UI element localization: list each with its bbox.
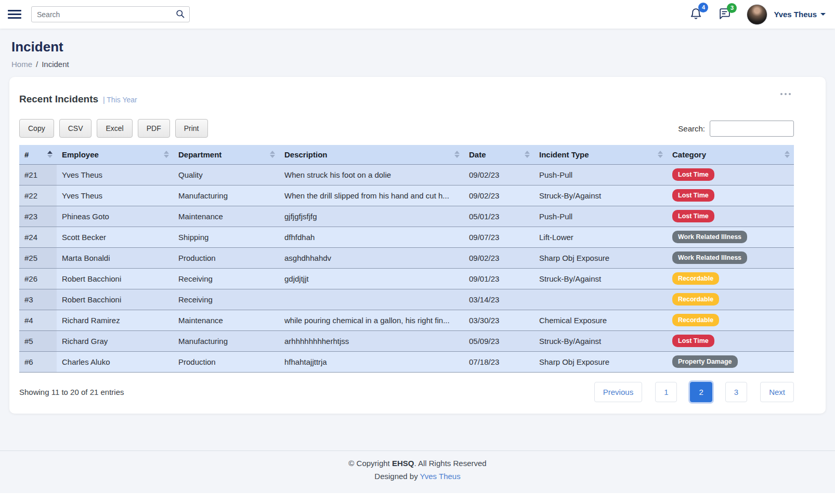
- column-label: Department: [178, 150, 221, 159]
- menu-toggle-button[interactable]: [5, 6, 24, 23]
- column-header-category[interactable]: Category: [667, 145, 794, 164]
- column-header-employee[interactable]: Employee: [57, 145, 173, 164]
- category-badge: Lost Time: [672, 189, 714, 202]
- column-header-id[interactable]: #: [19, 145, 57, 164]
- cell-date: 09/01/23: [464, 268, 534, 289]
- navbar-right: 4 3 Yves Theus: [689, 4, 826, 25]
- cell-department: Receiving: [173, 289, 279, 310]
- cell-category: Lost Time: [667, 206, 794, 227]
- cell-incident-type: [534, 289, 667, 310]
- category-badge: Lost Time: [672, 210, 714, 222]
- cell-date: 05/09/23: [464, 330, 534, 351]
- cell-department: Maintenance: [173, 206, 279, 227]
- chevron-down-icon: [820, 13, 826, 16]
- notifications-button[interactable]: 4: [689, 7, 702, 22]
- cell-incident-type: Lift-Lower: [534, 227, 667, 247]
- entries-info: Showing 11 to 20 of 21 entries: [19, 388, 124, 396]
- column-header-department[interactable]: Department: [173, 145, 279, 164]
- category-badge: Lost Time: [672, 335, 714, 347]
- messages-badge: 3: [727, 3, 737, 13]
- cell-category: Recordable: [667, 268, 794, 289]
- print-button[interactable]: Print: [175, 119, 208, 138]
- table-search-input[interactable]: [710, 121, 794, 137]
- category-badge: Lost Time: [672, 168, 714, 181]
- cell-date: 09/07/23: [464, 227, 534, 247]
- category-badge: Work Related Illness: [672, 231, 747, 243]
- table-row: #26Robert BacchioniReceivinggdjdjtjjt09/…: [19, 268, 794, 289]
- table-row: #5Richard GrayManufacturingarhhhhhhhherh…: [19, 330, 794, 351]
- sort-icon: [525, 151, 530, 158]
- cell-incident-type: Chemical Exposure: [534, 310, 667, 330]
- cell-category: Lost Time: [667, 185, 794, 206]
- ellipsis-menu-icon: [780, 92, 791, 96]
- search-icon[interactable]: [173, 8, 187, 21]
- cell-id: #5: [19, 330, 57, 351]
- page-button-3[interactable]: 3: [725, 382, 747, 402]
- copyright-text: © Copyright EHSQ. All Rights Reserved: [0, 459, 835, 468]
- page-button-1[interactable]: 1: [655, 382, 677, 402]
- table-search: Search:: [678, 121, 794, 137]
- table-row: #24Scott BeckerShippingdfhfdhah09/07/23L…: [19, 227, 794, 247]
- csv-button[interactable]: CSV: [59, 119, 92, 138]
- copyright-suffix: . All Rights Reserved: [414, 459, 486, 468]
- card-options-button[interactable]: [778, 87, 793, 99]
- column-label: Description: [284, 150, 328, 159]
- cell-description: [279, 289, 464, 310]
- cell-category: Lost Time: [667, 164, 794, 185]
- notifications-badge: 4: [698, 3, 708, 12]
- cell-category: Property Damage: [667, 351, 794, 372]
- column-header-date[interactable]: Date: [464, 145, 534, 164]
- page-button-2[interactable]: 2: [690, 382, 712, 402]
- table-toolbar: Copy CSV Excel PDF Print Search:: [19, 119, 794, 138]
- column-header-incident-type[interactable]: Incident Type: [534, 145, 667, 164]
- cell-date: 09/02/23: [464, 164, 534, 185]
- cell-employee: Robert Bacchioni: [57, 289, 173, 310]
- cell-id: #22: [19, 185, 57, 206]
- cell-id: #6: [19, 351, 57, 372]
- cell-description: asghdhhahdv: [279, 247, 464, 268]
- pdf-button[interactable]: PDF: [138, 119, 170, 138]
- navbar-search-input[interactable]: [31, 6, 190, 22]
- breadcrumb-home-link[interactable]: Home: [11, 60, 32, 69]
- cell-incident-type: Struck-By/Against: [534, 330, 667, 351]
- table-row: #6Charles AlukoProductionhfhahtajjttrja0…: [19, 351, 794, 372]
- cell-id: #21: [19, 164, 57, 185]
- category-badge: Recordable: [672, 272, 719, 285]
- previous-page-button[interactable]: Previous: [594, 382, 642, 402]
- cell-description: arhhhhhhhherhtjss: [279, 330, 464, 351]
- cell-department: Manufacturing: [173, 330, 279, 351]
- breadcrumb: Home/Incident: [11, 60, 824, 69]
- cell-employee: Richard Ramirez: [57, 310, 173, 330]
- cell-date: 09/02/23: [464, 185, 534, 206]
- breadcrumb-current: Incident: [42, 60, 69, 69]
- card-subtitle: | This Year: [103, 96, 137, 104]
- sort-icon: [658, 151, 663, 158]
- cell-department: Maintenance: [173, 310, 279, 330]
- cell-id: #24: [19, 227, 57, 247]
- user-avatar: [747, 4, 767, 25]
- column-label: Date: [469, 150, 486, 159]
- designer-link[interactable]: Yves Theus: [420, 472, 461, 481]
- cell-description: gjfjgfjsfjfg: [279, 206, 464, 227]
- cell-department: Production: [173, 351, 279, 372]
- breadcrumb-separator: /: [36, 60, 38, 69]
- cell-date: 03/30/23: [464, 310, 534, 330]
- copy-button[interactable]: Copy: [19, 119, 54, 138]
- cell-employee: Yves Theus: [57, 185, 173, 206]
- excel-button[interactable]: Excel: [97, 119, 132, 138]
- table-row: #3Robert BacchioniReceiving03/14/23Recor…: [19, 289, 794, 310]
- column-label: Category: [672, 150, 706, 159]
- column-header-description[interactable]: Description: [279, 145, 464, 164]
- user-menu[interactable]: Yves Theus: [747, 4, 826, 25]
- top-navbar: 4 3 Yves Theus: [0, 0, 835, 29]
- recent-incidents-card: Recent Incidents | This Year Copy CSV Ex…: [9, 77, 826, 414]
- next-page-button[interactable]: Next: [760, 382, 794, 402]
- messages-button[interactable]: 3: [718, 7, 731, 22]
- designed-by-prefix: Designed by: [374, 472, 418, 481]
- column-label: Incident Type: [539, 150, 589, 159]
- designed-by-text: Designed by Yves Theus: [0, 472, 835, 481]
- cell-date: 09/02/23: [464, 247, 534, 268]
- cell-id: #25: [19, 247, 57, 268]
- cell-category: Work Related Illness: [667, 247, 794, 268]
- cell-department: Production: [173, 247, 279, 268]
